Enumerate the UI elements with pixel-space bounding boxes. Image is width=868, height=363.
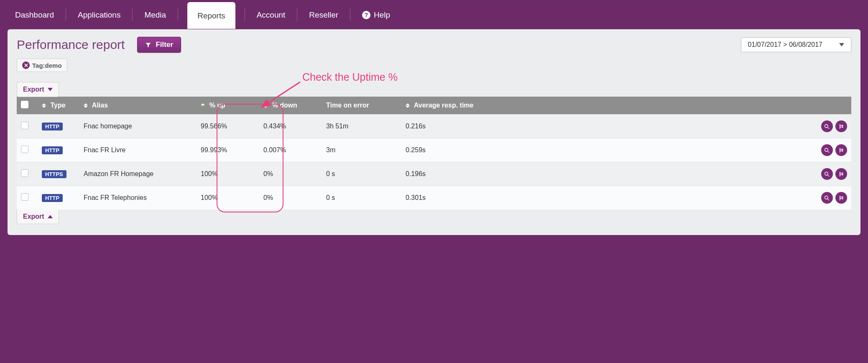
tag-chip-label: Tag:demo <box>32 62 62 69</box>
cell-time-on-error: 0 s <box>322 186 401 210</box>
details-button[interactable] <box>821 168 833 180</box>
col-pct-down[interactable]: % down <box>259 97 322 115</box>
sort-icon <box>263 103 268 108</box>
details-button[interactable] <box>821 192 833 204</box>
table-row: HTTP Fnac homepage 99.566% 0.434% 3h 51m… <box>17 115 851 138</box>
svg-point-12 <box>825 196 828 199</box>
cell-time-on-error: 0 s <box>322 162 401 186</box>
table-row: HTTP Fnac FR Livre 99.993% 0.007% 3m 0.2… <box>17 138 851 162</box>
export-button-bottom[interactable]: Export <box>17 210 59 224</box>
nav-separator <box>245 8 245 21</box>
nav-reports[interactable]: Reports <box>187 2 235 29</box>
col-pct-up-label: % up <box>209 102 225 109</box>
svg-line-9 <box>827 175 829 176</box>
details-button[interactable] <box>821 144 833 156</box>
tree-button[interactable] <box>835 144 847 156</box>
tree-icon <box>838 147 845 153</box>
tree-button[interactable] <box>835 192 847 204</box>
table-row: HTTP Fnac FR Telephonies 100% 0% 0 s 0.3… <box>17 186 851 210</box>
export-button-top[interactable]: Export <box>17 82 59 97</box>
cell-time-on-error: 3m <box>322 138 401 162</box>
search-icon <box>824 195 830 201</box>
col-alias[interactable]: Alias <box>79 97 197 115</box>
svg-point-7 <box>842 150 843 151</box>
protocol-badge: HTTP <box>42 123 63 130</box>
sort-icon <box>406 103 410 108</box>
cell-pct-down: 0% <box>259 162 322 186</box>
nav-separator <box>66 8 66 21</box>
row-checkbox[interactable] <box>21 146 28 153</box>
svg-point-0 <box>825 124 828 128</box>
cell-alias[interactable]: Fnac FR Telephonies <box>79 186 197 210</box>
sort-icon <box>201 103 205 108</box>
help-icon: ? <box>362 11 370 19</box>
protocol-badge: HTTP <box>42 194 63 202</box>
cell-avg-resp-time: 0.216s <box>401 115 523 138</box>
row-checkbox[interactable] <box>21 193 28 201</box>
search-icon <box>824 123 830 130</box>
nav-reseller[interactable]: Reseller <box>306 3 341 26</box>
col-time-on-error: Time on error <box>322 97 401 115</box>
nav-separator <box>178 8 178 21</box>
page-title: Performance report <box>17 38 125 52</box>
cell-time-on-error: 3h 51m <box>322 115 401 138</box>
nav-applications[interactable]: Applications <box>75 3 123 26</box>
cell-alias[interactable]: Fnac homepage <box>79 115 197 138</box>
tree-button[interactable] <box>835 168 847 180</box>
col-type[interactable]: Type <box>38 97 79 115</box>
svg-point-15 <box>842 198 843 199</box>
svg-point-8 <box>825 172 828 175</box>
table-row: HTTPS Amazon FR Homepage 100% 0% 0 s 0.1… <box>17 162 851 186</box>
filter-label: Filter <box>156 41 173 49</box>
cell-alias[interactable]: Amazon FR Homepage <box>79 162 197 186</box>
performance-table: Type Alias % up % down Time on error <box>17 97 851 210</box>
filter-button[interactable]: Filter <box>137 37 181 53</box>
row-checkbox[interactable] <box>21 169 28 177</box>
date-range-picker[interactable]: 01/07/2017 > 06/08/2017 <box>741 37 851 52</box>
col-pct-up[interactable]: % up <box>197 97 259 115</box>
nav-account[interactable]: Account <box>254 3 288 26</box>
svg-line-5 <box>827 151 829 153</box>
nav-help[interactable]: ? Help <box>360 3 393 26</box>
table-header-row: Type Alias % up % down Time on error <box>17 97 851 115</box>
search-icon <box>824 147 830 153</box>
chevron-up-icon <box>48 215 53 218</box>
nav-media[interactable]: Media <box>142 3 168 26</box>
svg-point-14 <box>842 197 843 197</box>
details-button[interactable] <box>821 120 833 132</box>
svg-point-3 <box>842 126 843 127</box>
nav-separator <box>132 8 133 21</box>
nav-dashboard[interactable]: Dashboard <box>13 3 56 26</box>
tree-button[interactable] <box>835 120 847 132</box>
cell-pct-up: 100% <box>197 186 259 210</box>
export-label: Export <box>23 86 44 93</box>
remove-tag-icon[interactable]: ✕ <box>22 61 30 69</box>
page-header-row: Performance report Filter 01/07/2017 > 0… <box>17 37 851 53</box>
col-avg-resp-time[interactable]: Average resp. time <box>401 97 523 115</box>
cell-alias[interactable]: Fnac FR Livre <box>79 138 197 162</box>
cell-avg-resp-time: 0.196s <box>401 162 523 186</box>
svg-point-2 <box>842 125 843 126</box>
svg-line-1 <box>827 127 829 129</box>
col-avg-label: Average resp. time <box>414 102 474 109</box>
main-panel: Performance report Filter 01/07/2017 > 0… <box>8 29 860 235</box>
sort-icon <box>42 103 46 108</box>
cell-pct-down: 0.434% <box>259 115 322 138</box>
tree-icon <box>838 195 845 201</box>
export-label: Export <box>23 213 44 220</box>
svg-line-13 <box>827 199 829 200</box>
nav-help-label: Help <box>374 10 390 20</box>
cell-pct-down: 0.007% <box>259 138 322 162</box>
row-checkbox[interactable] <box>21 122 28 129</box>
chevron-down-icon <box>839 43 844 46</box>
top-nav: Dashboard Applications Media Reports Acc… <box>0 0 868 29</box>
protocol-badge: HTTP <box>42 146 63 154</box>
cell-avg-resp-time: 0.259s <box>401 138 523 162</box>
select-all-checkbox[interactable] <box>21 101 28 108</box>
tag-chip[interactable]: ✕ Tag:demo <box>17 59 67 72</box>
chevron-down-icon <box>48 88 53 91</box>
col-err-label: Time on error <box>326 102 369 109</box>
cell-pct-down: 0% <box>259 186 322 210</box>
svg-point-11 <box>842 174 843 175</box>
svg-point-4 <box>825 148 828 151</box>
